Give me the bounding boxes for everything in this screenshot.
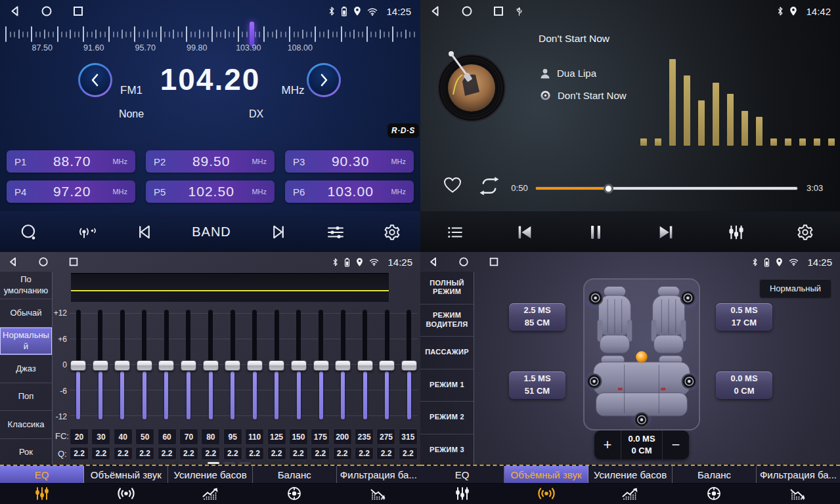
favorite-button[interactable] xyxy=(443,176,462,194)
radio-preset-button[interactable]: P3 90.30 MHz xyxy=(285,150,414,173)
pause-button[interactable] xyxy=(586,223,605,242)
eq-band-slider[interactable] xyxy=(290,310,307,421)
settings-gear-button[interactable] xyxy=(797,224,814,241)
eq-preset-item[interactable]: Рок xyxy=(0,439,52,466)
next-station-button[interactable] xyxy=(270,223,288,241)
eq-band-slider[interactable] xyxy=(92,310,109,421)
audio-settings-button[interactable] xyxy=(728,224,745,241)
slider-thumb[interactable] xyxy=(203,360,219,371)
slider-thumb[interactable] xyxy=(70,360,86,371)
decrease-delay-button[interactable]: − xyxy=(663,430,689,459)
slider-thumb[interactable] xyxy=(114,360,130,371)
android-back-button[interactable] xyxy=(428,257,439,267)
surround-icon[interactable] xyxy=(84,484,168,503)
android-recents-button[interactable] xyxy=(68,257,79,267)
slider-thumb[interactable] xyxy=(379,360,395,371)
radio-preset-button[interactable]: P5 102.50 MHz xyxy=(146,180,275,203)
scan-button[interactable] xyxy=(20,223,38,242)
eq-sliders-icon[interactable] xyxy=(0,484,84,503)
tab-balance[interactable]: Баланс xyxy=(253,466,337,483)
slider-thumb[interactable] xyxy=(291,360,307,371)
progress-bar[interactable] xyxy=(535,186,798,190)
band-button[interactable]: BAND xyxy=(192,224,231,240)
android-home-button[interactable] xyxy=(458,257,469,267)
sound-profile-button[interactable]: Нормальный xyxy=(760,279,831,297)
listening-mode-item[interactable]: РЕЖИМ 1 xyxy=(420,369,474,402)
eq-band-slider[interactable] xyxy=(224,310,241,421)
eq-band-slider[interactable] xyxy=(180,310,197,421)
filter-icon[interactable] xyxy=(336,484,420,503)
radio-preset-button[interactable]: P4 97.20 MHz xyxy=(7,180,135,203)
eq-band-slider[interactable] xyxy=(268,310,285,421)
android-back-button[interactable] xyxy=(9,5,21,17)
tab-surround[interactable]: Объёмный звук xyxy=(84,466,168,483)
android-home-button[interactable] xyxy=(41,5,53,17)
eq-sliders-icon[interactable] xyxy=(420,484,504,503)
slider-thumb[interactable] xyxy=(335,360,351,371)
radio-preset-button[interactable]: P6 103.00 MHz xyxy=(285,180,414,203)
listening-mode-item[interactable]: РЕЖИМ 3 xyxy=(420,434,474,467)
android-back-button[interactable] xyxy=(430,5,441,17)
android-back-button[interactable] xyxy=(8,257,18,267)
previous-track-button[interactable] xyxy=(516,223,534,242)
eq-preset-item[interactable]: Джаз xyxy=(0,355,52,383)
eq-band-slider[interactable] xyxy=(114,310,131,421)
frequency-dial[interactable] xyxy=(5,24,415,45)
eq-band-slider[interactable] xyxy=(158,310,175,421)
tab-surround[interactable]: Объёмный звук xyxy=(504,466,588,483)
slider-thumb[interactable] xyxy=(357,360,373,371)
listening-mode-item[interactable]: РЕЖИМ 2 xyxy=(420,402,474,434)
android-recents-button[interactable] xyxy=(489,257,499,267)
android-recents-button[interactable] xyxy=(72,5,84,17)
progress-thumb[interactable] xyxy=(604,184,613,194)
slider-thumb[interactable] xyxy=(225,360,240,371)
slider-thumb[interactable] xyxy=(401,360,417,371)
eq-band-slider[interactable] xyxy=(378,310,395,421)
eq-band-slider[interactable] xyxy=(334,310,351,421)
android-recents-button[interactable] xyxy=(493,5,504,17)
android-home-button[interactable] xyxy=(38,257,49,267)
tab-eq[interactable]: EQ xyxy=(420,466,504,483)
eq-band-slider[interactable] xyxy=(70,310,87,421)
radio-preset-button[interactable]: P1 88.70 MHz xyxy=(7,150,135,173)
listening-mode-item[interactable]: РЕЖИМ ВОДИТЕЛЯ xyxy=(420,304,474,337)
slider-thumb[interactable] xyxy=(93,360,108,371)
tab-balance[interactable]: Баланс xyxy=(673,466,757,483)
eq-preset-item[interactable]: Классика xyxy=(0,411,52,438)
slider-thumb[interactable] xyxy=(269,360,284,371)
slider-thumb[interactable] xyxy=(313,360,329,371)
eq-preset-item[interactable]: Нормальный xyxy=(0,327,52,355)
balance-icon[interactable] xyxy=(672,484,756,503)
increase-delay-button[interactable]: + xyxy=(594,430,621,459)
eq-band-slider[interactable] xyxy=(313,310,330,421)
android-home-button[interactable] xyxy=(461,5,473,17)
playlist-button[interactable] xyxy=(447,224,464,241)
surround-icon[interactable] xyxy=(504,484,588,503)
delay-rear-right-button[interactable]: 0.0 MS 0 CM xyxy=(716,371,772,399)
balance-icon[interactable] xyxy=(252,484,336,503)
bass-boost-icon[interactable] xyxy=(168,484,252,503)
tab-filter[interactable]: Фильтрация ба... xyxy=(337,466,420,483)
tune-up-button[interactable] xyxy=(307,63,341,97)
tab-filter[interactable]: Фильтрация ба... xyxy=(757,466,840,483)
eq-band-slider[interactable] xyxy=(357,310,374,421)
listening-mode-item[interactable]: ПОЛНЫЙ РЕЖИМ xyxy=(420,272,474,304)
eq-band-slider[interactable] xyxy=(202,310,219,421)
tune-down-button[interactable] xyxy=(78,63,112,97)
slider-thumb[interactable] xyxy=(137,360,152,371)
slider-thumb[interactable] xyxy=(247,360,263,371)
eq-preset-item[interactable]: По умолчанию xyxy=(0,272,52,299)
slider-thumb[interactable] xyxy=(181,360,196,371)
settings-gear-button[interactable] xyxy=(384,224,401,241)
radio-preset-button[interactable]: P2 89.50 MHz xyxy=(146,150,275,173)
broadcast-seek-button[interactable] xyxy=(77,224,97,241)
eq-preset-item[interactable]: Обычай xyxy=(0,299,52,327)
previous-station-button[interactable] xyxy=(135,223,153,241)
filter-icon[interactable] xyxy=(756,484,840,503)
audio-settings-button[interactable] xyxy=(326,224,345,241)
eq-band-slider[interactable] xyxy=(136,310,153,421)
slider-thumb[interactable] xyxy=(158,360,174,371)
repeat-button[interactable] xyxy=(477,176,502,196)
delay-front-right-button[interactable]: 0.5 MS 17 CM xyxy=(716,303,772,331)
delay-front-left-button[interactable]: 2.5 MS 85 CM xyxy=(509,303,565,331)
